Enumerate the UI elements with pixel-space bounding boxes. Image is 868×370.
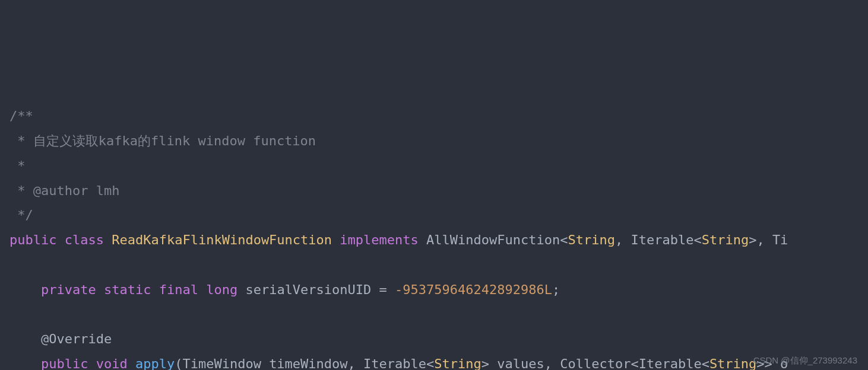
annotation-override: @Override bbox=[41, 331, 112, 346]
class-name: ReadKafkaFlinkWindowFunction bbox=[112, 232, 332, 247]
keyword-final: final bbox=[159, 282, 198, 297]
semicolon: ; bbox=[552, 282, 560, 297]
comment-line: */ bbox=[9, 208, 33, 222]
keyword-public: public bbox=[9, 232, 56, 247]
comment-line: /** bbox=[9, 109, 33, 123]
code-text: , Iterable< bbox=[615, 232, 702, 247]
keyword-void: void bbox=[96, 356, 128, 370]
code-text: serialVersionUID = bbox=[237, 282, 395, 297]
watermark: CSDN @信仰_273993243 bbox=[753, 352, 857, 369]
type-string: String bbox=[709, 356, 756, 370]
code-text: (TimeWindow timeWindow, Iterable< bbox=[175, 356, 434, 370]
keyword-private: private bbox=[41, 282, 96, 297]
comment-line: * bbox=[9, 158, 26, 173]
type-string: String bbox=[434, 356, 481, 370]
method-name: apply bbox=[135, 356, 175, 370]
keyword-class: class bbox=[65, 232, 104, 247]
comment-line: * 自定义读取kafka的flink window function bbox=[9, 133, 316, 148]
keyword-static: static bbox=[104, 282, 151, 297]
number-literal: -953759646242892986L bbox=[395, 282, 552, 297]
comment-line: * @author lmh bbox=[9, 183, 119, 198]
keyword-public: public bbox=[41, 356, 88, 370]
keyword-long: long bbox=[206, 282, 237, 297]
code-text: > values, Collector<Iterable< bbox=[481, 356, 709, 370]
type-string: String bbox=[568, 232, 614, 247]
type-string: String bbox=[702, 232, 749, 247]
keyword-implements: implements bbox=[340, 232, 418, 247]
code-block: /** * 自定义读取kafka的flink window function *… bbox=[9, 104, 859, 370]
code-text: AllWindowFunction< bbox=[419, 232, 568, 247]
code-text: >, Ti bbox=[749, 232, 788, 247]
